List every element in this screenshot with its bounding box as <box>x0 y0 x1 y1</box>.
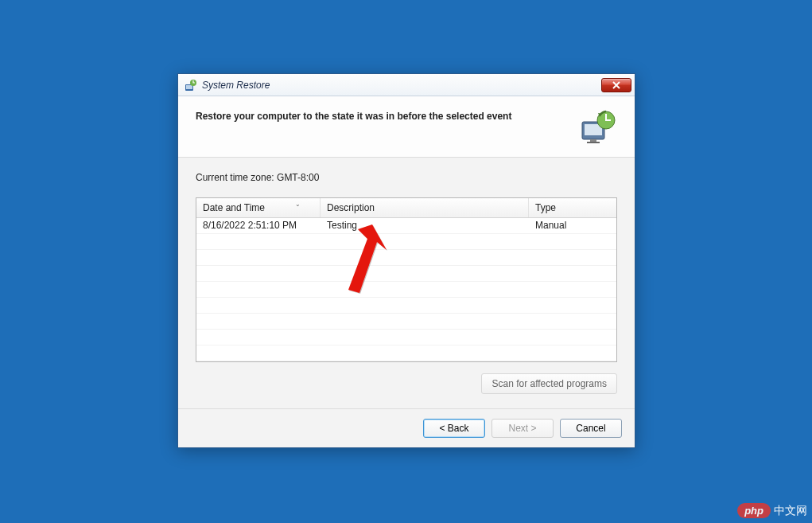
table-row <box>196 314 616 330</box>
system-restore-dialog: System Restore Restore your computer to … <box>177 73 635 448</box>
cancel-button-label: Cancel <box>576 423 605 434</box>
cell-date: 8/16/2022 2:51:10 PM <box>196 218 321 233</box>
svg-rect-6 <box>587 142 600 143</box>
scan-row: Scan for affected programs <box>196 373 617 394</box>
dialog-content: Current time zone: GMT-8:00 Date and Tim… <box>178 158 635 408</box>
column-header-type[interactable]: Type <box>529 198 616 217</box>
cell-description: Testing <box>321 218 529 233</box>
svg-rect-5 <box>590 139 596 142</box>
restore-points-table: Date and Time ⌄ Description Type 8/16/20… <box>196 197 617 362</box>
table-row <box>196 266 616 282</box>
cancel-button[interactable]: Cancel <box>560 419 622 438</box>
back-button[interactable]: < Back <box>423 419 485 438</box>
next-button-label: Next > <box>508 423 536 434</box>
column-header-description-label: Description <box>327 202 375 213</box>
titlebar: System Restore <box>178 74 635 96</box>
column-header-date-label: Date and Time <box>203 202 265 213</box>
page-title: Restore your computer to the state it wa… <box>196 111 579 122</box>
back-button-label: < Back <box>439 423 468 434</box>
watermark-logo: php <box>737 503 771 518</box>
table-row <box>196 298 616 314</box>
dialog-footer: < Back Next > Cancel <box>178 408 635 447</box>
close-icon <box>612 81 621 89</box>
system-restore-icon <box>185 79 197 92</box>
scan-button-label: Scan for affected programs <box>491 378 607 389</box>
table-row <box>196 234 616 250</box>
window-title: System Restore <box>202 80 601 91</box>
watermark: php 中文网 <box>737 503 807 518</box>
scan-affected-programs-button[interactable]: Scan for affected programs <box>481 373 617 394</box>
watermark-text: 中文网 <box>774 504 807 518</box>
sort-caret-icon: ⌄ <box>295 201 301 208</box>
table-row <box>196 330 616 345</box>
restore-graphic-icon <box>579 107 617 146</box>
table-row[interactable]: 8/16/2022 2:51:10 PMTestingManual <box>196 218 616 234</box>
next-button: Next > <box>491 419 554 438</box>
column-header-description[interactable]: Description <box>321 198 529 217</box>
column-header-type-label: Type <box>535 202 556 213</box>
table-row <box>196 345 616 361</box>
dialog-header: Restore your computer to the state it wa… <box>178 96 635 158</box>
table-header-row: Date and Time ⌄ Description Type <box>196 198 616 218</box>
table-row <box>196 250 616 266</box>
column-header-date[interactable]: Date and Time ⌄ <box>196 198 321 217</box>
table-row <box>196 282 616 298</box>
table-body: 8/16/2022 2:51:10 PMTestingManual <box>196 218 616 361</box>
close-button[interactable] <box>601 78 631 92</box>
svg-rect-1 <box>186 85 192 89</box>
timezone-label: Current time zone: GMT-8:00 <box>196 172 617 183</box>
cell-type: Manual <box>529 218 616 233</box>
